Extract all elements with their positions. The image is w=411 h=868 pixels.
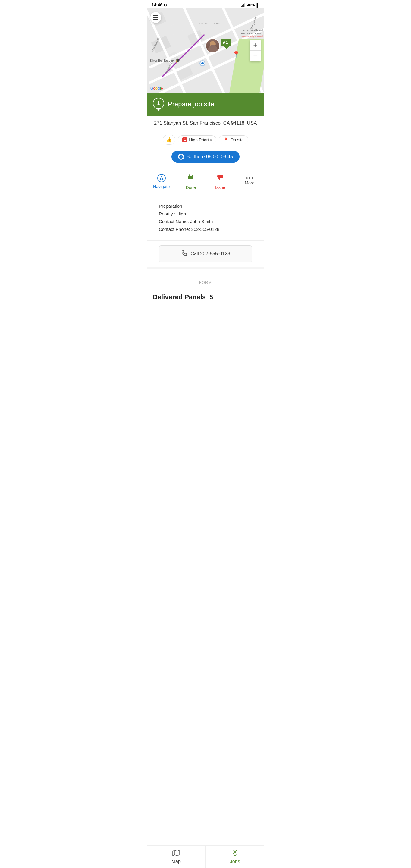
signal-icon — [241, 3, 245, 7]
address-section: 271 Stanyan St, San Francisco, CA 94118,… — [147, 116, 264, 131]
done-thumb-icon — [187, 173, 195, 183]
svg-rect-3 — [184, 139, 185, 141]
zoom-controls[interactable]: + − — [250, 40, 261, 61]
info-contact-phone: Contact Phone: 202-555-0128 — [159, 225, 252, 233]
job-header: 1 Prepare job site — [147, 93, 264, 116]
form-item-delivered-panels: Delivered Panels 5 — [153, 291, 258, 304]
done-button[interactable]: Done — [176, 168, 206, 195]
status-time: 14:46 — [152, 2, 162, 7]
issue-button[interactable]: Issue — [205, 168, 235, 195]
location-tag-icon: 📍 — [223, 137, 228, 142]
navigate-label: Navigate — [153, 184, 170, 189]
form-section-label: FORM — [153, 280, 258, 285]
form-section: FORM Delivered Panels 5 — [147, 274, 264, 310]
issue-label: Issue — [215, 185, 225, 190]
call-button[interactable]: Call 202-555-0128 — [159, 245, 252, 262]
job-number-pin: 1 — [153, 98, 164, 111]
map-place-label: Silver Bell Nursery 🎓 — [150, 58, 180, 63]
priority-tag[interactable]: High Priority — [178, 135, 216, 144]
tags-row: 👍 High Priority 📍 On site — [147, 131, 264, 148]
navigate-icon — [157, 174, 166, 182]
hamburger-line — [153, 17, 158, 18]
info-priority: Priority : High — [159, 210, 252, 218]
priority-label: High Priority — [189, 137, 212, 142]
info-contact-name: Contact Name: John Smith — [159, 218, 252, 225]
current-location-dot — [200, 61, 204, 65]
like-tag[interactable]: 👍 — [163, 135, 176, 145]
pin-point — [157, 108, 160, 111]
hamburger-line — [153, 16, 158, 16]
battery-icon: ▌ — [257, 3, 259, 7]
time-text: Be there 08:00–08:45 — [187, 154, 233, 159]
form-item-delivered-panels-label: Delivered Panels — [153, 293, 206, 301]
more-label: More — [245, 181, 254, 185]
worker-avatar — [205, 38, 220, 53]
map-container[interactable]: McAllister St Paramount Terra... Parsons… — [147, 8, 264, 93]
more-dots-icon — [246, 177, 253, 179]
priority-icon — [182, 137, 187, 142]
svg-marker-8 — [160, 176, 163, 180]
place-marker-icon: 📍 — [232, 51, 240, 59]
issue-thumb-icon — [216, 173, 224, 183]
pin-circle: 1 — [153, 98, 164, 109]
status-bar: 14:46 ⊙ 40% ▌ — [147, 0, 264, 8]
svg-line-7 — [181, 157, 182, 157]
worker-face-icon — [206, 39, 219, 53]
done-label: Done — [186, 185, 196, 190]
battery-percent: 40% — [247, 3, 255, 7]
location-icon: ⊙ — [164, 3, 167, 7]
info-section: Preparation Priority : High Contact Name… — [147, 195, 264, 241]
location-tag[interactable]: 📍 On site — [219, 135, 248, 144]
info-type: Preparation — [159, 202, 252, 210]
job-title: Prepare job site — [168, 100, 214, 108]
zoom-in-button[interactable]: + — [250, 40, 261, 51]
more-button[interactable]: More — [235, 168, 264, 195]
map-building — [170, 22, 184, 35]
thumbs-up-icon: 👍 — [166, 137, 172, 143]
zoom-out-button[interactable]: − — [250, 51, 261, 61]
job-pin-marker: #1 — [221, 38, 231, 46]
hamburger-menu-button[interactable] — [150, 12, 161, 23]
form-item-delivered-panels-value: 5 — [210, 293, 213, 301]
google-logo: Google — [150, 86, 163, 90]
job-pin[interactable]: #1 — [221, 38, 231, 49]
map-place-label: Koret Health andRecreation Cent...Tempor… — [241, 29, 263, 38]
hamburger-line — [153, 19, 158, 20]
worker-pin[interactable] — [205, 38, 220, 53]
phone-icon — [181, 250, 187, 258]
time-badge: Be there 08:00–08:45 — [153, 151, 258, 163]
section-divider — [147, 267, 264, 270]
time-pill: Be there 08:00–08:45 — [171, 151, 240, 163]
street-label: Paramount Terra... — [199, 22, 222, 25]
clock-icon — [178, 154, 184, 160]
address-text: 271 Stanyan St, San Francisco, CA 94118,… — [154, 121, 257, 126]
navigate-button[interactable]: Navigate — [147, 168, 176, 195]
svg-rect-4 — [184, 141, 185, 141]
svg-point-1 — [208, 45, 218, 53]
call-button-label: Call 202-555-0128 — [190, 251, 230, 256]
location-label: On site — [230, 137, 244, 142]
job-pin-tail — [223, 46, 230, 49]
action-row: Navigate Done Issue More — [147, 167, 264, 195]
